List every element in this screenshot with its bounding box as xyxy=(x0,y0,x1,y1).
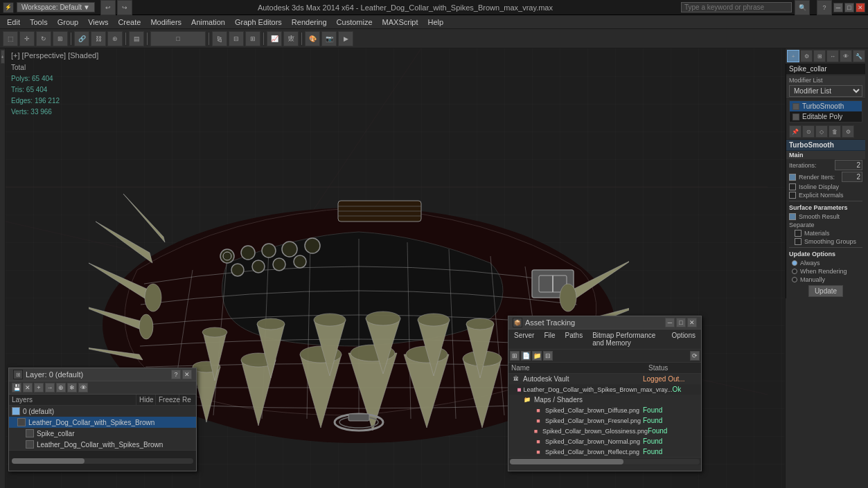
quick-render[interactable]: ▶ xyxy=(338,31,353,46)
menu-customize[interactable]: Customize xyxy=(333,17,377,28)
make-unique-icon[interactable]: ◇ xyxy=(815,125,828,138)
search-input[interactable] xyxy=(681,2,792,12)
close-btn[interactable]: ✕ xyxy=(856,3,865,12)
asset-tool-3[interactable]: 📁 xyxy=(532,351,542,361)
layer-dialog-close[interactable]: ✕ xyxy=(182,370,192,379)
layer-dialog-help[interactable]: ? xyxy=(171,370,181,379)
asset-maximize-btn[interactable]: □ xyxy=(676,318,686,327)
pin-stack-icon[interactable]: 📌 xyxy=(789,125,801,138)
manually-radio[interactable]: Manually xyxy=(786,275,865,284)
display-panel-icon[interactable]: 👁 xyxy=(840,50,852,62)
material-editor[interactable]: 🎨 xyxy=(305,31,320,46)
smoothing-groups-row[interactable]: Smoothing Groups xyxy=(786,237,865,246)
explicit-normals-check[interactable] xyxy=(789,192,796,199)
minimize-btn[interactable]: ─ xyxy=(833,3,843,12)
modifier-list-dropdown[interactable]: Modifier List xyxy=(789,85,862,97)
layer-row-0[interactable]: 0 (default) xyxy=(9,406,196,417)
always-radio[interactable]: Always xyxy=(786,259,865,267)
create-panel-icon[interactable]: + xyxy=(787,50,799,62)
menu-help[interactable]: Help xyxy=(424,17,448,28)
hierarchy-panel-icon[interactable]: ⊞ xyxy=(813,50,826,62)
isoline-check[interactable] xyxy=(789,183,796,190)
asset-row-4[interactable]: ■ Spiked_Collar_brown_Fresnel.png Found xyxy=(508,415,701,426)
explicit-normals-row[interactable]: Explicit Normals xyxy=(786,191,865,199)
render-setup[interactable]: 📷 xyxy=(321,31,337,46)
select-tool[interactable]: ⬚ xyxy=(3,31,18,46)
asset-menu-paths[interactable]: Paths xyxy=(561,331,587,347)
curve-editor[interactable]: 📈 xyxy=(267,31,282,46)
materials-row[interactable]: Materials xyxy=(786,229,865,237)
layer-freeze-btn[interactable]: ❄ xyxy=(67,383,77,392)
smooth-result-row[interactable]: Smooth Result xyxy=(786,213,865,221)
utilities-panel-icon[interactable]: 🔧 xyxy=(853,50,865,62)
search-btn[interactable]: 🔍 xyxy=(795,0,810,15)
asset-menu-file[interactable]: File xyxy=(540,331,559,347)
bind-tool[interactable]: ⊛ xyxy=(107,31,123,46)
layer-row-3[interactable]: Leather_Dog_Collar_with_Spikes_Brown xyxy=(9,439,196,450)
menu-edit[interactable]: Edit xyxy=(3,17,24,28)
remove-mod-icon[interactable]: 🗑 xyxy=(829,125,841,138)
rotate-tool[interactable]: ↻ xyxy=(36,31,51,46)
object-name-field[interactable]: Spike_collar xyxy=(786,64,865,74)
asset-tracking-dialog[interactable]: 📦 Asset Tracking ─ □ ✕ Server File Paths… xyxy=(508,316,702,471)
layer-row-2[interactable]: Spike_collar xyxy=(9,428,196,439)
smoothing-groups-check[interactable] xyxy=(795,238,801,245)
menu-views[interactable]: Views xyxy=(84,17,112,28)
modifier-stack[interactable]: TurboSmooth Editable Poly xyxy=(789,100,862,123)
update-button[interactable]: Update xyxy=(808,285,843,297)
asset-tool-4[interactable]: ⊟ xyxy=(543,351,553,361)
lp-create[interactable]: + xyxy=(1,50,5,64)
modifier-editable-poly[interactable]: Editable Poly xyxy=(790,111,862,122)
layer-merge-btn[interactable]: ⊕ xyxy=(56,383,66,392)
help-btn[interactable]: ? xyxy=(817,0,832,15)
show-end-result-icon[interactable]: ⊙ xyxy=(802,125,815,138)
workspace-button[interactable]: Workspace: Default ▼ xyxy=(17,2,95,12)
layer-save-btn[interactable]: 💾 xyxy=(12,383,21,392)
unlink-tool[interactable]: ⛓ xyxy=(91,31,106,46)
layer-move-btn[interactable]: → xyxy=(45,383,55,392)
menu-maxscript[interactable]: MAXScript xyxy=(378,17,423,28)
asset-row-2[interactable]: 📁 Maps / Shaders xyxy=(508,395,701,405)
align-tool[interactable]: ⊟ xyxy=(229,31,244,46)
asset-tool-2[interactable]: 📄 xyxy=(521,351,531,361)
named-sel[interactable]: □ xyxy=(150,31,206,46)
menu-modifiers[interactable]: Modifiers xyxy=(146,17,186,28)
render-iters-check[interactable] xyxy=(789,174,796,181)
asset-row-5[interactable]: ■ Spiked_Collar_brown_Glossiness.png Fou… xyxy=(508,426,701,436)
scale-tool[interactable]: ⊞ xyxy=(53,31,68,46)
redo-btn[interactable]: ↪ xyxy=(117,0,132,15)
link-tool[interactable]: 🔗 xyxy=(74,31,89,46)
layer-hide-btn[interactable]: 👁 xyxy=(78,383,88,392)
iterations-input[interactable] xyxy=(835,160,862,170)
modify-panel-icon[interactable]: ⚙ xyxy=(800,50,813,62)
materials-check[interactable] xyxy=(795,230,801,237)
render-iters-input[interactable] xyxy=(842,172,862,182)
schematic-view[interactable]: 🕸 xyxy=(283,31,299,46)
filter-btn[interactable]: ▤ xyxy=(129,31,144,46)
asset-row-1[interactable]: ■ Leather_Dog_Collar_with_Spikes_Brown_m… xyxy=(508,384,701,395)
asset-menu-options[interactable]: Options xyxy=(668,331,700,347)
asset-row-6[interactable]: ■ Spiked_Collar_brown_Normal.png Found xyxy=(508,436,701,446)
asset-row-0[interactable]: 🏛 Autodesk Vault Logged Out... xyxy=(508,374,701,384)
mirror-tool[interactable]: ⧎ xyxy=(212,31,227,46)
viewport[interactable]: [+] [Perspective] [Shaded] Total Polys: … xyxy=(6,48,785,488)
when-rendering-radio[interactable]: When Rendering xyxy=(786,267,865,275)
move-tool[interactable]: ✛ xyxy=(19,31,35,46)
isoline-row[interactable]: Isoline Display xyxy=(786,183,865,191)
asset-menu-server[interactable]: Server xyxy=(510,331,538,347)
menu-group[interactable]: Group xyxy=(53,17,83,28)
asset-tool-5[interactable]: ⟳ xyxy=(690,351,700,361)
asset-row-3[interactable]: ■ Spiked_Collar_brown_Diffuse.png Found xyxy=(508,405,701,415)
asset-close-btn[interactable]: ✕ xyxy=(687,318,697,327)
asset-minimize-btn[interactable]: ─ xyxy=(665,318,675,327)
menu-rendering[interactable]: Rendering xyxy=(287,17,331,28)
modifier-turbosmooth[interactable]: TurboSmooth xyxy=(790,101,862,111)
layer-manager[interactable]: ⊞ xyxy=(245,31,260,46)
maximize-btn[interactable]: □ xyxy=(844,3,854,12)
layer-dialog[interactable]: ⊞ Layer: 0 (default) ? ✕ 💾 ✕ + → ⊕ ❄ 👁 L… xyxy=(8,368,197,471)
asset-row-7[interactable]: ■ Spiked_Collar_brown_Reflect.png Found xyxy=(508,446,701,457)
menu-animation[interactable]: Animation xyxy=(187,17,229,28)
menu-graph-editors[interactable]: Graph Editors xyxy=(231,17,286,28)
asset-tool-1[interactable]: ⊞ xyxy=(510,351,520,361)
menu-create[interactable]: Create xyxy=(114,17,145,28)
